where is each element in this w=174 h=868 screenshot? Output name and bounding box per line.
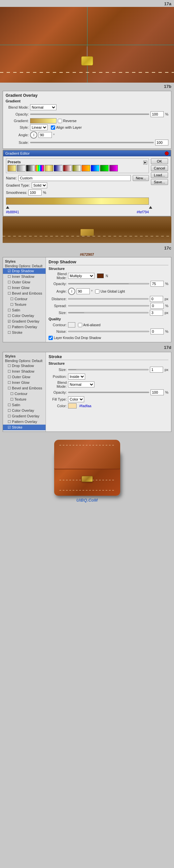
gradient-preview[interactable]	[30, 118, 56, 123]
styles-item-stroke[interactable]: ☐ Stroke	[3, 330, 46, 335]
stroke-blend-select[interactable]: Normal	[68, 381, 94, 388]
global-light-checkbox[interactable]	[95, 289, 99, 293]
opacity-slider[interactable]	[30, 114, 149, 115]
blend-mode-select[interactable]: Normal	[30, 104, 56, 110]
preset-swatch-4[interactable]	[35, 165, 44, 172]
fill-type-select[interactable]: Color	[68, 396, 84, 402]
angle-dial-17c[interactable]	[68, 288, 75, 295]
styles-item-drop-shadow[interactable]: ☑ Drop Shadow	[3, 268, 46, 274]
size-label-17c: Size:	[49, 311, 67, 315]
styles-item-contour-17d[interactable]: ☐ Contour	[3, 391, 46, 397]
blend-mode-select-17c[interactable]: Multiply	[68, 273, 94, 279]
styles-item-outer-glow-17d[interactable]: ☐ Outer Glow	[3, 374, 46, 380]
presets-arrow[interactable]: ▶	[143, 161, 147, 164]
styles-item-pattern-overlay-17d[interactable]: ☐ Pattern Overlay	[3, 419, 46, 425]
opacity-input-17c[interactable]	[151, 281, 164, 287]
styles-item-texture-17d[interactable]: ☐ Texture	[3, 397, 46, 402]
styles-item-color-overlay[interactable]: ☐ Color Overlay	[3, 313, 46, 319]
stroke-position-label: Position:	[49, 375, 67, 378]
preset-swatch-8[interactable]	[72, 165, 81, 172]
styles-item-outer-glow[interactable]: ☐ Outer Glow	[3, 279, 46, 285]
styles-item-texture[interactable]: ☐ Texture	[3, 302, 46, 307]
stitch-line-17b	[3, 236, 171, 236]
preset-swatch-10[interactable]	[91, 165, 99, 172]
styles-item-inner-shadow-17d[interactable]: ☐ Inner Shadow	[3, 369, 46, 374]
bag-preview-17b	[3, 217, 171, 243]
styles-item-bevel-17d[interactable]: ☐ Bevel and Emboss	[3, 385, 46, 391]
styles-item-bevel[interactable]: ☐ Bevel and Emboss	[3, 291, 46, 296]
preset-swatch-9[interactable]	[81, 165, 90, 172]
reverse-checkbox[interactable]	[58, 119, 62, 123]
styles-item-inner-shadow[interactable]: ☐ Inner Shadow	[3, 274, 46, 279]
opacity-input[interactable]	[151, 111, 164, 117]
styles-item-inner-glow-17d[interactable]: ☐ Inner Glow	[3, 380, 46, 385]
presets-panel: Presets ▶	[6, 158, 149, 173]
spread-input[interactable]	[151, 303, 164, 309]
crosshair-horizontal	[0, 45, 174, 45]
gradient-type-select[interactable]: Solid	[32, 182, 47, 188]
styles-header: Styles	[3, 259, 46, 264]
anti-aliased-checkbox[interactable]	[78, 323, 82, 327]
preset-swatch-5[interactable]	[45, 165, 53, 172]
scale-input[interactable]	[155, 140, 168, 146]
stroke-opacity-slider[interactable]	[68, 392, 149, 393]
smoothness-input[interactable]	[28, 190, 42, 195]
gradient-name-input[interactable]	[19, 175, 131, 181]
close-btn[interactable]	[165, 151, 169, 155]
layer-knocks-checkbox[interactable]	[49, 336, 53, 340]
ok-button[interactable]: OK	[151, 158, 168, 164]
styles-item-satin-17d[interactable]: ☐ Satin	[3, 402, 46, 408]
preset-swatch-12[interactable]	[109, 165, 118, 172]
stop-left[interactable]	[6, 206, 9, 209]
distance-slider[interactable]	[68, 298, 149, 300]
clasp-17b	[80, 229, 94, 236]
preset-swatch-7[interactable]	[63, 165, 72, 172]
preset-swatch-11[interactable]	[100, 165, 109, 172]
styles-item-gradient-overlay-17d[interactable]: ☐ Gradient Overlay	[3, 413, 46, 419]
stroke-size-slider[interactable]	[68, 369, 149, 370]
spread-slider[interactable]	[68, 305, 149, 306]
stroke-opacity-label: Opacity:	[49, 391, 67, 394]
color-labels: #b88f41 #fef794	[6, 210, 149, 214]
noise-slider[interactable]	[68, 331, 149, 332]
angle-dial[interactable]	[30, 131, 37, 138]
shadow-color-swatch[interactable]	[97, 274, 104, 278]
load-button[interactable]: Load...	[151, 172, 168, 178]
styles-item-inner-glow[interactable]: ☐ Inner Glow	[3, 285, 46, 291]
styles-item-color-overlay-17d[interactable]: ☐ Color Overlay	[3, 408, 46, 413]
opacity-slider-17c[interactable]	[68, 283, 149, 284]
preset-swatch-2[interactable]	[17, 165, 25, 172]
stroke-color-swatch[interactable]	[68, 403, 77, 408]
stroke-opacity-input[interactable]	[151, 390, 164, 395]
stroke-size-input[interactable]	[150, 367, 163, 373]
gradient-bar[interactable]	[6, 197, 149, 205]
scale-slider[interactable]	[30, 142, 154, 143]
blending-label-17d: Blending Options: Default	[3, 359, 46, 363]
noise-input[interactable]	[151, 329, 164, 334]
angle-input[interactable]	[39, 132, 52, 138]
stroke-position-select[interactable]: Inside	[68, 374, 85, 379]
style-select[interactable]: Linear	[30, 124, 48, 130]
styles-item-gradient-overlay[interactable]: ☑ Gradient Overlay	[3, 319, 46, 324]
distance-input[interactable]	[150, 296, 163, 302]
contour-preview[interactable]	[68, 322, 75, 328]
preset-swatch-1[interactable]	[7, 165, 16, 172]
styles-item-stroke-17d[interactable]: ☑ Stroke	[3, 425, 46, 430]
size-slider[interactable]	[68, 312, 149, 313]
name-label: Name:	[6, 176, 17, 180]
distance-unit: px	[165, 297, 168, 301]
save-button[interactable]: Save...	[151, 179, 168, 185]
new-gradient-button[interactable]: New...	[133, 175, 149, 181]
styles-item-pattern-overlay[interactable]: ☐ Pattern Overlay	[3, 324, 46, 330]
align-checkbox[interactable]	[51, 125, 55, 130]
cancel-button[interactable]: Cancel	[151, 165, 168, 171]
angle-input-17c[interactable]	[77, 288, 90, 294]
styles-item-contour[interactable]: ☐ Contour	[3, 296, 46, 302]
styles-item-drop-shadow-17d[interactable]: ☐ Drop Shadow	[3, 363, 46, 369]
preset-swatch-3[interactable]	[26, 165, 35, 172]
blend-mode-label: Blend Mode:	[6, 105, 29, 109]
preset-swatch-6[interactable]	[54, 165, 63, 172]
styles-item-satin[interactable]: ☐ Satin	[3, 307, 46, 313]
size-input[interactable]	[150, 310, 163, 316]
align-checkbox-row: Align with Layer	[51, 125, 82, 130]
